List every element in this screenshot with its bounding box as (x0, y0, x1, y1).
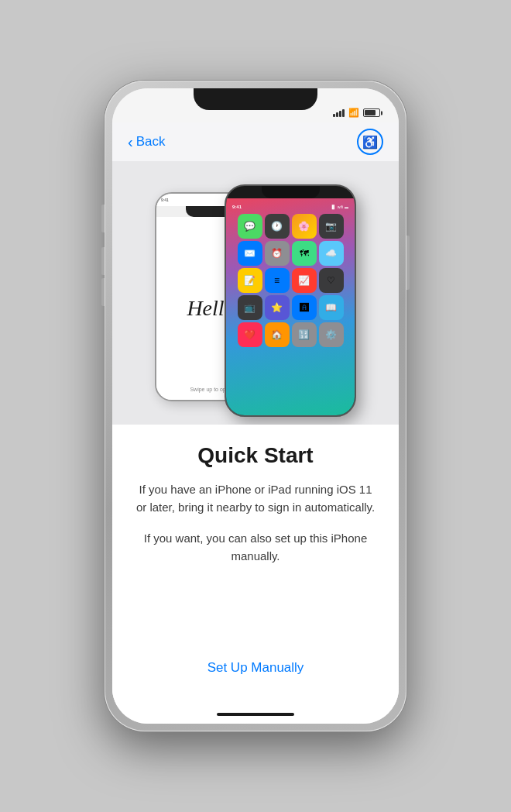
front-phone-notch (262, 186, 320, 198)
app-itunes: ⭐ (265, 295, 290, 320)
front-phone-time: 9:41 (232, 205, 242, 209)
chevron-left-icon: ‹ (128, 134, 133, 150)
app-reminders: ≡ (265, 268, 290, 293)
app-row-5: ❤️ 🏠 🔢 ⚙️ (231, 322, 350, 347)
app-health: ❤️ (238, 322, 262, 347)
accessibility-button[interactable]: ♿ (357, 129, 383, 155)
content-section: Quick Start If you have an iPhone or iPa… (112, 425, 399, 705)
front-signal-icon: ▐▌ (331, 205, 336, 209)
app-messages: 💬 (238, 214, 262, 239)
front-battery-icon: ▬ (345, 205, 348, 209)
quick-start-title: Quick Start (197, 443, 313, 468)
front-phone-screen: 9:41 ▐▌ wifi ▬ 💬 🕐 (226, 198, 355, 415)
back-button[interactable]: ‹ Back (128, 134, 165, 150)
app-tv: 📺 (238, 295, 262, 320)
illustration-area: 9:41 ▐▌▌ Hello Swipe up to open (112, 161, 399, 425)
app-activity: ♡ (319, 268, 344, 293)
wifi-icon: 📶 (348, 108, 359, 118)
app-clock2: ⏰ (265, 241, 290, 266)
app-row-3: 📝 ≡ 📈 ♡ (231, 268, 350, 293)
app-calculator: 🔢 (292, 322, 317, 347)
phone-frame: 9:41 📶 ‹ Back (105, 81, 406, 731)
app-files: ☁️ (319, 241, 344, 266)
description-text-2: If you want, you can also set up this iP… (134, 529, 377, 566)
app-row-2: ✉️ ⏰ 🗺 ☁️ (231, 241, 350, 266)
phone-inner: 9:41 📶 ‹ Back (112, 88, 399, 724)
status-icons: 📶 (333, 108, 380, 118)
screen-content: ‹ Back ♿ 9:41 ▐▌▌ (112, 122, 399, 705)
app-row-4: 📺 ⭐ 🅰 📖 (231, 295, 350, 320)
app-notes: 📝 (238, 268, 262, 293)
app-books: 📖 (319, 295, 344, 320)
notch (194, 88, 317, 110)
status-time: 9:41 (131, 108, 148, 118)
signal-bars-icon (333, 109, 345, 117)
nav-bar: ‹ Back ♿ (112, 122, 399, 161)
phones-illustration: 9:41 ▐▌▌ Hello Swipe up to open (147, 177, 364, 409)
app-photos: 🌸 (292, 214, 317, 239)
home-bar (217, 713, 294, 716)
app-camera: 📷 (319, 214, 344, 239)
app-home: 🏠 (265, 322, 290, 347)
home-indicator (112, 705, 399, 724)
front-status-icons: ▐▌ wifi ▬ (331, 205, 348, 209)
description-text-1: If you have an iPhone or iPad running iO… (134, 480, 377, 517)
app-mail: ✉️ (238, 241, 262, 266)
app-appstore: 🅰 (292, 295, 317, 320)
app-row-1: 💬 🕐 🌸 📷 (231, 214, 350, 239)
app-stocks: 📈 (292, 268, 317, 293)
app-clock: 🕐 (265, 214, 290, 239)
back-phone-time: 9:41 (161, 198, 169, 202)
front-status-bar: 9:41 ▐▌ wifi ▬ (229, 201, 352, 212)
front-wifi-icon: wifi (338, 205, 343, 209)
app-grid: 💬 🕐 🌸 📷 ✉️ ⏰ 🗺 ☁️ (229, 212, 352, 412)
battery-icon (363, 108, 380, 117)
app-settings: ⚙️ (319, 322, 344, 347)
accessibility-icon: ♿ (362, 135, 378, 150)
app-maps: 🗺 (292, 241, 317, 266)
set-up-manually-button[interactable]: Set Up Manually (192, 652, 320, 683)
front-phone-illustration: 9:41 ▐▌ wifi ▬ 💬 🕐 (225, 184, 356, 417)
back-label: Back (136, 134, 166, 150)
